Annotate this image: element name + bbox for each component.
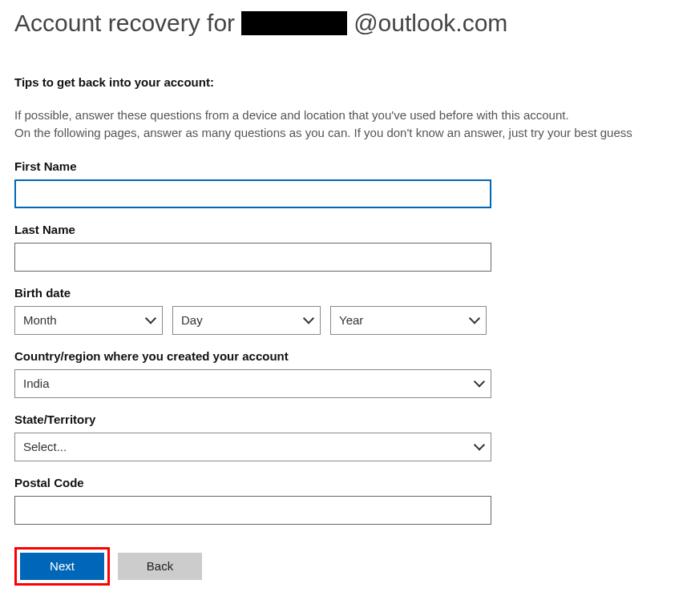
tips-line2: On the following pages, answer as many q… bbox=[14, 126, 632, 139]
email-suffix: @outlook.com bbox=[354, 10, 507, 37]
last-name-label: Last Name bbox=[14, 223, 685, 236]
next-button-highlight: Next bbox=[14, 547, 110, 586]
country-label: Country/region where you created your ac… bbox=[14, 349, 685, 363]
state-select[interactable]: Select... bbox=[14, 433, 491, 461]
birth-date-label: Birth date bbox=[14, 286, 685, 300]
country-select[interactable]: India bbox=[14, 369, 491, 398]
back-button[interactable]: Back bbox=[118, 553, 202, 580]
postal-label: Postal Code bbox=[14, 476, 685, 489]
tips-text: If possible, answer these questions from… bbox=[14, 107, 685, 142]
next-button[interactable]: Next bbox=[20, 553, 104, 580]
birth-year-select[interactable]: Year bbox=[330, 306, 487, 335]
first-name-input[interactable] bbox=[14, 179, 491, 208]
tips-heading: Tips to get back into your account: bbox=[14, 75, 685, 89]
state-label: State/Territory bbox=[14, 413, 685, 426]
birth-month-select[interactable]: Month bbox=[14, 306, 163, 335]
last-name-input[interactable] bbox=[14, 243, 491, 272]
first-name-label: First Name bbox=[14, 159, 685, 173]
birth-day-select[interactable]: Day bbox=[172, 306, 321, 335]
redacted-email-local bbox=[241, 11, 347, 35]
postal-input[interactable] bbox=[14, 496, 491, 525]
page-title: Account recovery for @outlook.com bbox=[14, 10, 685, 37]
tips-line1: If possible, answer these questions from… bbox=[14, 108, 569, 122]
title-prefix: Account recovery for bbox=[14, 10, 235, 37]
